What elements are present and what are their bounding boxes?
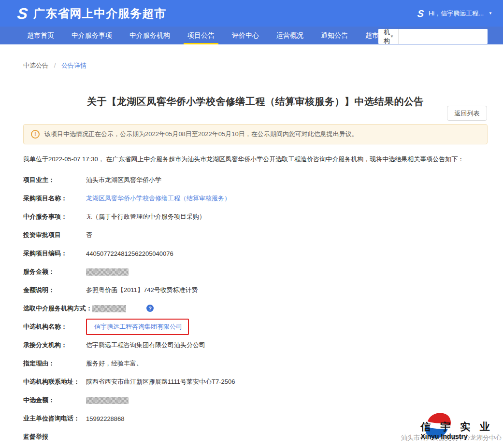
nav-item-home[interactable]: 超市首页: [22, 27, 59, 44]
user-menu[interactable]: S Hi，信宇腾远工程... ▼: [417, 0, 492, 27]
field-value: 陕西省西安市曲江新区雁展路1111号莱安中心T7-2506: [86, 378, 235, 386]
warning-icon: !: [31, 130, 40, 139]
redacted-value: [86, 268, 129, 276]
publicity-notice: ! 该项目中选情况正在公示，公示期为2022年05月08日至2022年05月10…: [23, 124, 488, 144]
field-label: 中选金额：: [23, 396, 86, 405]
nav-item-label: 通知公告: [321, 31, 348, 39]
field-label: 采购项目编码：: [23, 249, 86, 258]
field-value: 汕头市龙湖区凤窖华侨小学: [86, 176, 161, 184]
notice-text: 该项目中选情况正在公示，公示期为2022年05月08日至2022年05月10日，…: [44, 130, 358, 139]
main-nav: 超市首页 中介服务事项 中介服务机构 项目公告 评价中心 运营概况 通知公告 超…: [0, 27, 503, 44]
field-label: 承接分支机构：: [23, 341, 86, 350]
breadcrumb-current: 公告详情: [61, 62, 86, 69]
nav-item-announcements[interactable]: 通知公告: [316, 27, 353, 44]
field-value: 15992228868: [86, 415, 125, 422]
field-value: 龙湖区凤窖华侨小学校舍修缮工程（结算审核服务）: [86, 194, 230, 203]
field-row: 中介服务事项： 无（属于非行政管理的中介服务项目采购）: [23, 212, 488, 221]
field-value: 信宇腾远工程咨询集团有限公司汕头分公司: [86, 341, 205, 350]
field-row: 承接分支机构： 信宇腾远工程咨询集团有限公司汕头分公司: [23, 341, 488, 350]
field-value: 无（属于非行政管理的中介服务项目采购）: [86, 212, 205, 221]
field-row: 指定理由： 服务好，经验丰富。: [23, 359, 488, 368]
chevron-down-icon: ▼: [390, 34, 394, 39]
field-value: 否: [86, 231, 92, 239]
site-logo-icon: S: [16, 6, 29, 21]
nav-item-evaluation-center[interactable]: 评价中心: [227, 27, 264, 44]
nav-item-service-orgs[interactable]: 中介服务机构: [125, 27, 175, 44]
nav-item-operation-overview[interactable]: 运营概况: [272, 27, 308, 44]
redacted-value: [92, 305, 126, 312]
field-row: 投资审批项目 否: [23, 231, 488, 239]
highlight-box: 信宇腾远工程咨询集团有限公司: [86, 319, 189, 335]
selected-agency-link[interactable]: 信宇腾远工程咨询集团有限公司: [94, 323, 182, 330]
site-title: 广东省网上中介服务超市: [33, 6, 166, 21]
breadcrumb-separator: /: [54, 62, 56, 69]
field-label: 中介服务事项：: [23, 212, 86, 221]
field-label: 投资审批项目: [23, 231, 86, 239]
field-label: 金额说明：: [23, 286, 86, 294]
field-list: 项目业主： 汕头市龙湖区凤窖华侨小学 采购项目名称： 龙湖区凤窖华侨小学校舍修缮…: [23, 176, 488, 448]
field-value: 服务好，经验丰富。: [86, 359, 143, 368]
field-label: 业主单位咨询电话：: [23, 414, 86, 423]
search-category-value: 机构: [384, 29, 390, 44]
field-row: 监督举报: [23, 433, 488, 441]
field-row: 业主单位咨询电话： 15992228868: [23, 414, 488, 423]
field-row: 项目业主： 汕头市龙湖区凤窖华侨小学: [23, 176, 488, 184]
site-header: S 广东省网上中介服务超市 S Hi，信宇腾远工程... ▼: [0, 0, 503, 27]
nav-item-label: 中介服务事项: [72, 31, 112, 39]
field-link[interactable]: 龙湖区凤窖华侨小学校舍修缮工程（结算审核服务）: [86, 195, 230, 202]
field-row: 服务金额：: [23, 267, 488, 276]
field-value: 信宇腾远工程咨询集团有限公司: [86, 322, 189, 331]
page-title: 关于【龙湖区凤窖华侨小学校舍修缮工程（结算审核服务）】中选结果的公告: [23, 95, 488, 108]
nav-item-label: 运营概况: [276, 31, 303, 39]
field-value: ?: [92, 305, 154, 312]
field-row: 采购项目编码： 4405077224812562205040076: [23, 249, 488, 258]
field-label: 中选机构名称：: [23, 322, 86, 331]
user-logo-icon: S: [417, 9, 424, 18]
help-icon[interactable]: ?: [146, 305, 154, 312]
field-row: 金额说明： 参照粤价函【2011】742号收费标准计费: [23, 286, 488, 294]
field-row: 中选机构联系地址： 陕西省西安市曲江新区雁展路1111号莱安中心T7-2506: [23, 378, 488, 386]
intro-paragraph: 我单位于2022-05-07 17:30， 在广东省网上中介服务超市为汕头市龙湖…: [23, 155, 488, 164]
search-input[interactable]: [399, 29, 488, 44]
user-greeting: Hi，信宇腾远工程...: [429, 9, 484, 18]
field-label: 项目业主：: [23, 176, 86, 184]
nav-item-label: 项目公告: [187, 31, 215, 39]
field-row: 中选机构名称： 信宇腾远工程咨询集团有限公司: [23, 322, 488, 331]
field-label: 服务金额：: [23, 267, 86, 276]
field-row: 选取中介服务机构方式： ?: [23, 304, 488, 313]
field-value: [86, 268, 129, 276]
chevron-down-icon: ▼: [489, 11, 492, 15]
site-logo[interactable]: S 广东省网上中介服务超市: [17, 6, 166, 21]
nav-item-label: 超市首页: [27, 31, 54, 39]
redacted-value: [86, 397, 129, 404]
search-category-select[interactable]: 机构 ▼: [378, 29, 399, 44]
nav-item-service-items[interactable]: 中介服务事项: [67, 27, 117, 44]
field-value: 4405077224812562205040076: [86, 250, 173, 257]
field-row: 中选金额：: [23, 396, 488, 405]
field-label: 监督举报: [23, 433, 86, 441]
page-content: 中选公告 / 公告详情 返回列表 关于【龙湖区凤窖华侨小学校舍修缮工程（结算审核…: [0, 61, 503, 448]
breadcrumb-root[interactable]: 中选公告: [23, 62, 48, 69]
breadcrumb: 中选公告 / 公告详情: [23, 61, 488, 70]
back-to-list-button[interactable]: 返回列表: [447, 106, 487, 121]
field-value: [86, 396, 129, 404]
nav-item-label: 中介服务机构: [129, 31, 170, 39]
field-label: 指定理由：: [23, 359, 86, 368]
field-row: 采购项目名称： 龙湖区凤窖华侨小学校舍修缮工程（结算审核服务）: [23, 194, 488, 203]
nav-item-project-notices[interactable]: 项目公告: [183, 27, 219, 44]
field-label: 中选机构联系地址：: [23, 378, 86, 386]
search-box: 机构 ▼: [378, 29, 488, 44]
field-label: 选取中介服务机构方式：: [23, 304, 92, 313]
field-label: 采购项目名称：: [23, 194, 86, 203]
field-value: 参照粤价函【2011】742号收费标准计费: [86, 286, 198, 294]
nav-item-label: 评价中心: [232, 31, 259, 39]
